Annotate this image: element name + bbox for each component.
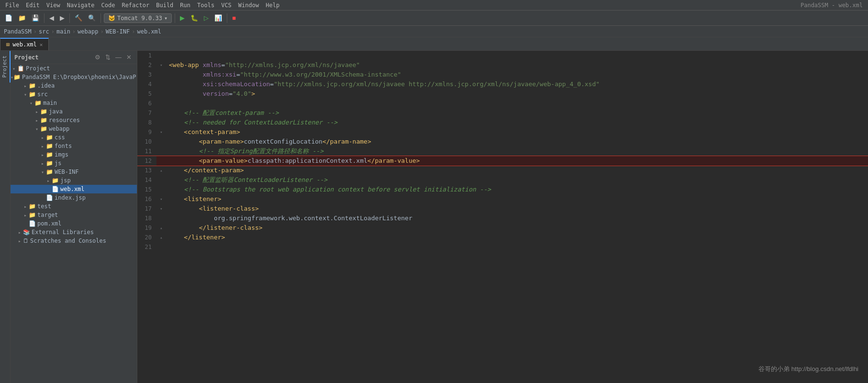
tree-file-icon: 📁 [46, 160, 53, 167]
code-line[interactable]: 21 [137, 242, 868, 252]
run-coverage-btn[interactable]: ▷ [202, 13, 211, 23]
tree-item[interactable]: ▸📁resources [11, 116, 137, 124]
code-editor[interactable]: 12▾<web-app xmlns="http://xmlns.jcp.org/… [137, 51, 868, 383]
breadcrumb-src[interactable]: src [39, 28, 49, 35]
menu-edit[interactable]: Edit [22, 1, 43, 10]
tree-item[interactable]: ▾📁WEB-INF [11, 168, 137, 176]
breadcrumb: PandaSSM › src › main › webapp › WEB-INF… [0, 26, 868, 37]
breadcrumb-webinf[interactable]: WEB-INF [106, 28, 130, 35]
breadcrumb-main[interactable]: main [56, 28, 70, 35]
code-line[interactable]: 3 xmlns:xsi="http://www.w3.org/2001/XMLS… [137, 70, 868, 79]
code-line[interactable]: 4 xsi:schemaLocation="http://xmlns.jcp.o… [137, 79, 868, 89]
open-btn[interactable]: 📁 [16, 13, 28, 23]
code-line[interactable]: 9▾ <context-param> [137, 127, 868, 137]
line-gutter[interactable]: ▾ [156, 127, 166, 137]
code-line[interactable]: 1 [137, 51, 868, 60]
update-btn[interactable]: ■ [230, 13, 238, 23]
code-line[interactable]: 2▾<web-app xmlns="http://xmlns.jcp.org/x… [137, 60, 868, 70]
line-gutter[interactable]: ▾ [156, 204, 166, 214]
code-line[interactable]: 5 version="4.0"> [137, 89, 868, 99]
tree-item[interactable]: ▸📁test [11, 202, 137, 211]
tree-item[interactable]: ▸📁jsp [11, 176, 137, 185]
code-line[interactable]: 20▴ </listener> [137, 233, 868, 242]
tree-item[interactable]: ▸📁target [11, 211, 137, 219]
profile-btn[interactable]: 📊 [212, 13, 224, 23]
tree-file-icon: 📁 [52, 177, 59, 184]
tree-item[interactable]: 📄web.xml [11, 185, 137, 193]
breadcrumb-root[interactable]: PandaSSM [4, 28, 32, 35]
menu-help[interactable]: Help [262, 1, 283, 10]
code-line[interactable]: 15 <!-- Bootstraps the root web applicat… [137, 185, 868, 194]
forward-btn[interactable]: ▶ [58, 13, 67, 23]
breadcrumb-webapp[interactable]: webapp [78, 28, 98, 35]
code-line[interactable]: 17▾ <listener-class> [137, 204, 868, 214]
tree-arrow-icon: ▸ [16, 230, 23, 235]
code-line[interactable]: 19▴ </listener-class> [137, 223, 868, 233]
tree-item[interactable]: ▾📁webapp [11, 124, 137, 133]
line-gutter[interactable]: ▾ [156, 194, 166, 204]
line-gutter[interactable]: ▴ [156, 233, 166, 242]
menu-tools[interactable]: Tools [194, 1, 218, 10]
tree-arrow-icon: ▸ [39, 135, 46, 140]
code-line[interactable]: 18 org.springframework.web.context.Conte… [137, 214, 868, 223]
code-line[interactable]: 16▾ <listener> [137, 194, 868, 204]
menu-run[interactable]: Run [177, 1, 194, 10]
code-line[interactable]: 13▴ </context-param> [137, 166, 868, 175]
search-btn[interactable]: 🔍 [86, 13, 98, 23]
tree-item[interactable]: 📄index.jsp [11, 193, 137, 202]
editor-area: 12▾<web-app xmlns="http://xmlns.jcp.org/… [137, 51, 868, 383]
back-btn[interactable]: ◀ [47, 13, 56, 23]
code-line[interactable]: 7 <!-- 配置context-param --> [137, 108, 868, 118]
tree-item[interactable]: ▸📁js [11, 159, 137, 168]
code-line[interactable]: 11 <!-- 指定Spring配置文件路径和名称 --> [137, 146, 868, 156]
tree-item[interactable]: ▸📁java [11, 107, 137, 116]
line-gutter[interactable]: ▴ [156, 166, 166, 175]
code-line[interactable]: 6 [137, 99, 868, 108]
tree-arrow-icon: ▸ [39, 144, 46, 149]
tab-bar: ⊞ web.xml ✕ [0, 37, 868, 51]
save-btn[interactable]: 💾 [30, 13, 41, 23]
sep5 [227, 13, 227, 23]
menu-window[interactable]: Window [235, 1, 262, 10]
sidebar-gear-btn[interactable]: ⚙ [93, 53, 102, 61]
tree-item[interactable]: ▸📚External Libraries [11, 228, 137, 237]
tree-item-label: WEB-INF [55, 169, 79, 175]
sidebar-close-btn[interactable]: ✕ [125, 53, 133, 61]
code-line[interactable]: 12 <param-value>classpath:applicationCon… [137, 156, 868, 166]
tree-item[interactable]: ▸📁.idea [11, 81, 137, 90]
tree-item[interactable]: ▾📁main [11, 99, 137, 107]
menu-navigate[interactable]: Navigate [64, 1, 98, 10]
tree-item[interactable]: ▸📁imgs [11, 150, 137, 159]
tree-item[interactable]: ▸📁fonts [11, 142, 137, 150]
menu-file[interactable]: File [2, 1, 22, 10]
project-panel-tab[interactable]: Project [0, 51, 11, 82]
menu-refactor[interactable]: Refactor [118, 1, 153, 10]
tree-item[interactable]: ▾📁PandaSSM E:\Dropbox\phoenix\JavaPro... [11, 73, 137, 81]
debug-btn[interactable]: 🐛 [189, 13, 200, 23]
code-line[interactable]: 14 <!-- 配置监听器ContextLoaderListener --> [137, 175, 868, 185]
menu-build[interactable]: Build [153, 1, 177, 10]
line-number: 20 [137, 233, 156, 242]
code-line[interactable]: 8 <!-- needed for ContextLoaderListener … [137, 118, 868, 127]
breadcrumb-webxml[interactable]: web.xml [137, 28, 162, 35]
line-gutter[interactable]: ▴ [156, 223, 166, 233]
tree-item[interactable]: ▾📋Project [11, 64, 137, 73]
run-btn[interactable]: ▶ [178, 13, 187, 23]
menu-code[interactable]: Code [98, 1, 119, 10]
tree-item[interactable]: 📄pom.xml [11, 219, 137, 228]
menu-view[interactable]: View [43, 1, 64, 10]
menu-vcs[interactable]: VCS [218, 1, 235, 10]
tab-close-btn[interactable]: ✕ [40, 42, 43, 48]
sidebar-collapse-btn[interactable]: — [114, 53, 123, 61]
tree-item[interactable]: ▸📁css [11, 133, 137, 142]
run-config[interactable]: 🐱 Tomcat 9.0.33 ▾ [104, 13, 172, 23]
sidebar-sort-btn[interactable]: ⇅ [104, 53, 112, 61]
tree-item[interactable]: ▾📁src [11, 90, 137, 99]
tree-item[interactable]: ▸🗒Scratches and Consoles [11, 237, 137, 245]
code-line[interactable]: 10 <param-name>contextConfigLocation</pa… [137, 137, 868, 146]
build-btn[interactable]: 🔨 [73, 13, 84, 23]
line-gutter[interactable]: ▾ [156, 60, 166, 70]
tab-webxml[interactable]: ⊞ web.xml ✕ [0, 38, 49, 50]
new-file-btn[interactable]: 📄 [3, 13, 14, 23]
tree-item-label: fonts [55, 143, 72, 149]
